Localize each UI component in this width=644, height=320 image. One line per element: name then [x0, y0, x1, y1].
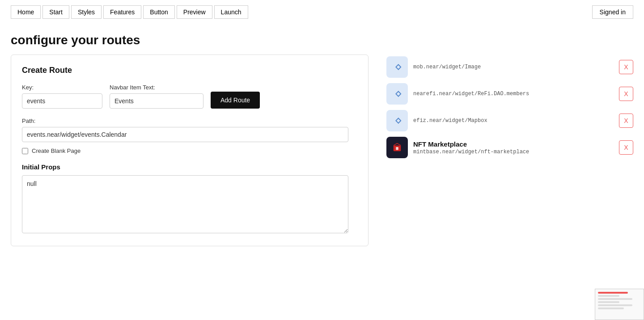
nav-links: Home Start Styles Features Button Previe…: [11, 5, 248, 19]
route-icon-4: [386, 137, 408, 158]
blank-page-row: Create Blank Page: [22, 147, 357, 154]
thumb-line-5: [598, 304, 632, 306]
route-item: mob.near/widget/Image X: [386, 56, 633, 78]
route-path-1: mob.near/widget/Image: [413, 64, 614, 70]
navbar-label: Navbar Item Text:: [110, 84, 203, 91]
navbar-input[interactable]: [110, 93, 203, 109]
initial-props-title: Initial Props: [22, 163, 357, 171]
route-name-4: NFT Marketplace: [413, 140, 614, 148]
blank-page-label: Create Blank Page: [32, 147, 80, 154]
routes-list: mob.near/widget/Image X nearefi.near/wid…: [386, 55, 633, 246]
key-field-group: Key:: [22, 84, 102, 109]
nav-start[interactable]: Start: [42, 5, 69, 19]
navbar-field-group: Navbar Item Text:: [110, 84, 203, 109]
key-input[interactable]: [22, 93, 102, 109]
route-icon-1: [386, 56, 408, 78]
thumb-line-2: [598, 295, 619, 297]
create-route-panel: Create Route Key: Navbar Item Text: Add …: [11, 55, 369, 246]
route-info-3: efiz.near/widget/Mapbox: [413, 118, 614, 124]
thumbnail-preview: [595, 289, 644, 320]
signed-in-button[interactable]: Signed in: [592, 5, 633, 19]
initial-props-textarea[interactable]: [22, 175, 348, 233]
svg-rect-1: [396, 147, 398, 150]
top-nav: Home Start Styles Features Button Previe…: [0, 0, 644, 24]
path-label: Path:: [22, 118, 357, 124]
route-delete-2[interactable]: X: [619, 87, 633, 101]
page-title: configure your routes: [0, 24, 644, 55]
route-info-1: mob.near/widget/Image: [413, 64, 614, 70]
thumb-line-3: [598, 298, 632, 300]
route-item-4: NFT Marketplace mintbase.near/widget/nft…: [386, 137, 633, 158]
thumbnail-lines: [595, 289, 644, 312]
route-path-2: nearefi.near/widget/ReFi.DAO.members: [413, 91, 614, 97]
route-delete-4[interactable]: X: [619, 140, 633, 155]
route-path-3: efiz.near/widget/Mapbox: [413, 118, 614, 124]
nav-button[interactable]: Button: [143, 5, 174, 19]
nav-styles[interactable]: Styles: [71, 5, 102, 19]
blank-page-checkbox[interactable]: [22, 148, 28, 154]
route-info-2: nearefi.near/widget/ReFi.DAO.members: [413, 91, 614, 97]
nav-preview[interactable]: Preview: [177, 5, 212, 19]
route-icon-3: [386, 110, 408, 131]
nav-launch[interactable]: Launch: [214, 5, 248, 19]
thumb-line-4: [598, 301, 619, 303]
thumb-line-6: [598, 307, 624, 309]
nav-features[interactable]: Features: [103, 5, 141, 19]
nav-home[interactable]: Home: [11, 5, 41, 19]
key-label: Key:: [22, 84, 102, 91]
thumb-line-1: [598, 292, 628, 294]
panel-title: Create Route: [22, 66, 357, 75]
route-delete-3[interactable]: X: [619, 114, 633, 128]
route-item-3: efiz.near/widget/Mapbox X: [386, 110, 633, 131]
form-top-row: Key: Navbar Item Text: Add Route: [22, 84, 357, 109]
main-layout: Create Route Key: Navbar Item Text: Add …: [0, 55, 644, 246]
route-delete-1[interactable]: X: [619, 60, 633, 74]
add-route-button[interactable]: Add Route: [211, 92, 260, 109]
path-input[interactable]: [22, 127, 348, 142]
route-item-2: nearefi.near/widget/ReFi.DAO.members X: [386, 83, 633, 105]
route-icon-2: [386, 83, 408, 105]
route-path-4: mintbase.near/widget/nft-marketplace: [413, 149, 614, 155]
path-field-group: Path:: [22, 118, 357, 142]
route-info-4: NFT Marketplace mintbase.near/widget/nft…: [413, 140, 614, 155]
